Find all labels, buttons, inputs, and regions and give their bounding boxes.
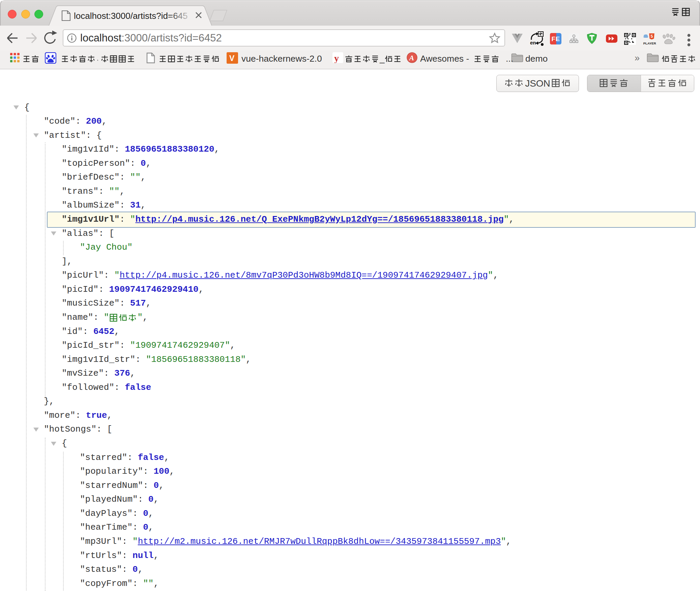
svg-text:FE: FE	[551, 35, 560, 42]
svg-text:5: 5	[650, 34, 653, 39]
svg-text:A: A	[409, 54, 414, 62]
svg-text:y: y	[334, 53, 339, 63]
svg-text:en: en	[530, 40, 536, 45]
svg-text:V: V	[229, 54, 235, 63]
svg-text:PLAYER: PLAYER	[643, 41, 656, 45]
